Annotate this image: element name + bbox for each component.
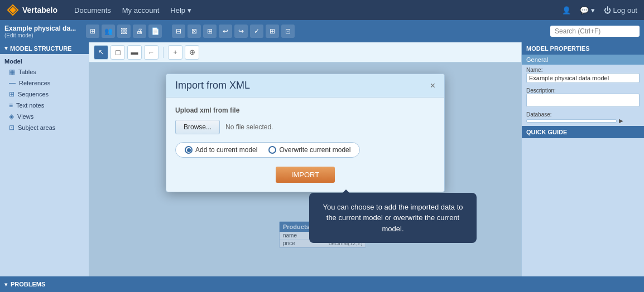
user-icon[interactable]: 👤: [562, 6, 571, 14]
import-modal: Import from XML × Upload xml from file B…: [166, 74, 445, 192]
quick-guide-title: QUICK GUIDE: [522, 126, 644, 138]
modal-body: Upload xml from file Browse... No file s…: [166, 98, 444, 192]
sidebar: ▾ MODEL STRUCTURE Model ▦ Tables — Refer…: [0, 42, 89, 276]
toolbar-icon-10[interactable]: ↪: [234, 25, 248, 38]
radio-add-dot: [185, 146, 193, 154]
subject-areas-icon: ⊡: [9, 124, 15, 132]
text-notes-icon: ≡: [9, 101, 13, 109]
toolbar-icon-11[interactable]: ✓: [250, 25, 263, 38]
radio-overwrite-dot: [268, 146, 276, 154]
general-section: General: [522, 55, 644, 65]
file-placeholder: No file selected.: [225, 123, 273, 131]
logo-text: Vertabelo: [22, 6, 57, 14]
nav-my-account[interactable]: My account: [122, 6, 159, 14]
nav-help[interactable]: Help ▾: [170, 6, 191, 14]
name-field: Name: Example physical data model: [522, 65, 644, 85]
sidebar-item-views[interactable]: ◈ Views: [0, 111, 89, 122]
main-layout: ▾ MODEL STRUCTURE Model ▦ Tables — Refer…: [0, 42, 644, 276]
model-properties-title: MODEL PROPERTIES: [522, 42, 644, 55]
file-row: Browse... No file selected.: [175, 120, 435, 134]
sidebar-item-text-notes[interactable]: ≡ Text notes: [0, 100, 89, 111]
import-button[interactable]: IMPORT: [276, 167, 335, 183]
nav-documents[interactable]: Documents: [74, 6, 111, 14]
tooltip-bubble: You can choose to add the imported data …: [309, 193, 477, 244]
database-field: Database: ▶: [522, 109, 644, 126]
right-panel: MODEL PROPERTIES General Name: Example p…: [521, 42, 644, 276]
modal-overlay: Import from XML × Upload xml from file B…: [89, 62, 521, 276]
radio-row: Add to current model Overwrite current m…: [175, 142, 360, 158]
sidebar-group-title: Model: [0, 56, 89, 66]
radio-add[interactable]: Add to current model: [185, 146, 257, 154]
nav-links: Documents My account Help ▾: [74, 6, 191, 14]
description-label: Description:: [526, 87, 640, 94]
doc-info: Example physical da... (Edit mode): [4, 25, 76, 38]
toolbar-icons: ⊞ 👥 🖼 🖨 📄 ⊟ ⊠ ⊞ ↩ ↪ ✓ ⊞ ⊡: [86, 25, 295, 38]
references-icon: —: [9, 79, 16, 87]
upload-label: Upload xml from file: [175, 106, 435, 114]
zoom-tool[interactable]: ⊕: [185, 45, 199, 60]
search-box[interactable]: Search (Ctrl+F): [550, 26, 640, 37]
logo[interactable]: Vertabelo: [7, 4, 57, 16]
toolbar-icon-5[interactable]: 📄: [148, 25, 162, 38]
toolbar-icon-8[interactable]: ⊞: [203, 25, 217, 38]
browse-button[interactable]: Browse...: [175, 120, 220, 134]
radio-overwrite[interactable]: Overwrite current model: [268, 146, 350, 154]
top-navigation: Vertabelo Documents My account Help ▾ 👤 …: [0, 0, 644, 20]
logout-button[interactable]: ⏻ Log out: [604, 6, 637, 14]
line-tool[interactable]: ▬: [127, 45, 142, 60]
toolbar-icon-12[interactable]: ⊞: [266, 25, 279, 38]
description-value: [526, 94, 640, 107]
toolbar-icon-2[interactable]: 👥: [102, 25, 115, 38]
toolbar-icon-9[interactable]: ↩: [219, 25, 232, 38]
sidebar-item-subject-areas[interactable]: ⊡ Subject areas: [0, 122, 89, 133]
sidebar-item-sequences[interactable]: ⊞ Sequences: [0, 89, 89, 100]
sidebar-item-tables[interactable]: ▦ Tables: [0, 66, 89, 77]
database-value: [526, 119, 617, 123]
modal-title: Import from XML: [175, 80, 250, 91]
bottom-bar: ▾ PROBLEMS: [0, 276, 644, 292]
sidebar-section-title: ▾ MODEL STRUCTURE: [0, 42, 89, 54]
doc-subtitle: (Edit mode): [4, 32, 76, 38]
description-field: Description:: [522, 85, 644, 109]
connector-tool[interactable]: ⌐: [144, 45, 158, 60]
nav-right: 👤 💬 ▾ ⏻ Log out: [562, 6, 637, 14]
add-tool[interactable]: +: [168, 45, 182, 60]
sidebar-group: Model ▦ Tables — References ⊞ Sequences …: [0, 54, 89, 135]
toolbar-icon-13[interactable]: ⊡: [281, 25, 295, 38]
name-label: Name:: [526, 67, 640, 73]
messages-icon[interactable]: 💬 ▾: [580, 6, 595, 14]
toolbar-icon-3[interactable]: 🖼: [117, 25, 131, 38]
select-tool[interactable]: ↖: [94, 45, 108, 60]
problems-chevron[interactable]: ▾: [4, 281, 7, 288]
canvas-area[interactable]: client idint full_namevarchar(2... email…: [89, 62, 521, 276]
database-label: Database:: [526, 111, 640, 118]
toolbar-icon-1[interactable]: ⊞: [86, 25, 99, 38]
tables-icon: ▦: [9, 68, 15, 76]
modal-close-button[interactable]: ×: [430, 81, 435, 91]
sidebar-item-references[interactable]: — References: [0, 77, 89, 89]
name-value: Example physical data model: [526, 73, 640, 83]
problems-label: PROBLEMS: [11, 281, 45, 288]
doc-title: Example physical da...: [4, 25, 76, 32]
toolbar-icon-6[interactable]: ⊟: [172, 25, 185, 38]
toolbar-icon-7[interactable]: ⊠: [188, 25, 201, 38]
views-icon: ◈: [9, 113, 14, 120]
database-expand-icon[interactable]: ▶: [619, 118, 623, 124]
rectangle-tool[interactable]: ◻: [110, 45, 125, 60]
modal-header: Import from XML ×: [166, 74, 444, 98]
second-bar: Example physical da... (Edit mode) ⊞ 👥 🖼…: [0, 20, 644, 42]
tool-bar: ↖ ◻ ▬ ⌐ + ⊕: [89, 42, 521, 62]
toolbar-icon-4[interactable]: 🖨: [133, 25, 146, 38]
sequences-icon: ⊞: [9, 90, 15, 98]
